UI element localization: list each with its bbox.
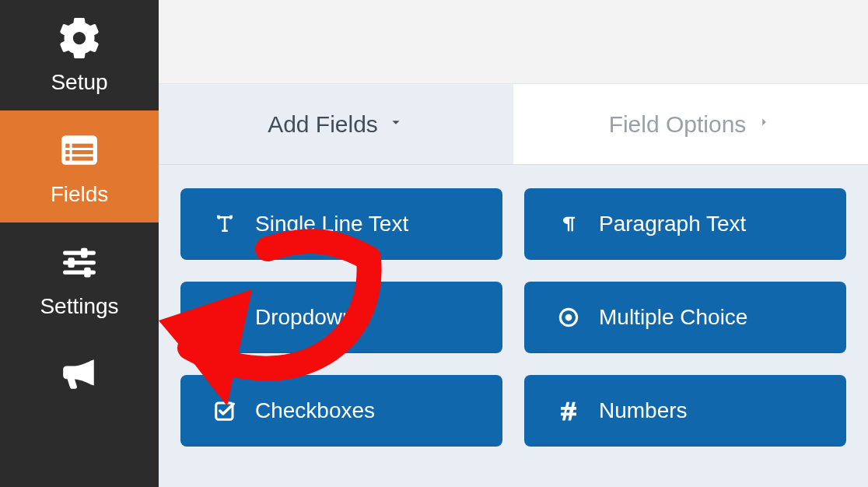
svg-rect-16 — [229, 230, 233, 233]
dropdown-icon — [212, 304, 238, 331]
svg-rect-4 — [72, 144, 93, 148]
sidebar: Setup Fields Settings — [0, 0, 159, 487]
panel-tabs: Add Fields Field Options — [159, 84, 868, 165]
sidebar-label-settings: Settings — [40, 294, 118, 319]
fields-icon — [56, 129, 103, 171]
svg-rect-11 — [68, 258, 74, 268]
hash-icon — [555, 398, 582, 424]
tab-field-options[interactable]: Field Options — [513, 84, 868, 164]
svg-rect-12 — [84, 268, 90, 278]
sidebar-item-settings[interactable]: Settings — [0, 222, 159, 335]
tab-add-fields[interactable]: Add Fields — [159, 84, 513, 164]
field-label: Dropdown — [255, 305, 355, 330]
text-input-icon — [212, 211, 238, 237]
field-panel: Single Line Text Paragraph Text Dropdown… — [159, 165, 868, 487]
svg-rect-5 — [72, 150, 93, 154]
field-single-line-text[interactable]: Single Line Text — [180, 188, 502, 260]
tab-options-label: Field Options — [609, 111, 747, 138]
svg-point-19 — [565, 314, 572, 321]
field-dropdown[interactable]: Dropdown — [180, 282, 502, 353]
radio-icon — [555, 304, 582, 331]
pilcrow-icon — [555, 211, 582, 237]
tab-add-label: Add Fields — [268, 111, 378, 138]
sidebar-label-fields: Fields — [51, 182, 109, 207]
field-label: Numbers — [599, 398, 688, 423]
main-area: Add Fields Field Options Single Line Tex… — [159, 0, 868, 487]
chevron-down-icon — [387, 112, 404, 136]
svg-rect-6 — [72, 156, 93, 160]
sidebar-item-setup[interactable]: Setup — [0, 0, 159, 110]
sidebar-label-setup: Setup — [51, 70, 107, 95]
svg-rect-3 — [65, 156, 69, 160]
svg-rect-2 — [65, 150, 69, 154]
svg-rect-8 — [63, 261, 96, 265]
chevron-right-icon — [755, 112, 772, 136]
field-multiple-choice[interactable]: Multiple Choice — [524, 282, 846, 353]
field-paragraph-text[interactable]: Paragraph Text — [524, 188, 846, 260]
field-label: Single Line Text — [255, 212, 408, 236]
field-grid: Single Line Text Paragraph Text Dropdown… — [180, 188, 846, 447]
top-bar — [159, 0, 868, 84]
field-label: Multiple Choice — [599, 305, 747, 330]
sidebar-item-marketing[interactable] — [0, 335, 159, 395]
field-numbers[interactable]: Numbers — [524, 375, 846, 447]
svg-rect-1 — [65, 144, 69, 148]
svg-rect-10 — [81, 248, 87, 258]
checkbox-icon — [212, 398, 238, 424]
svg-rect-7 — [63, 251, 96, 254]
sidebar-item-fields[interactable]: Fields — [0, 110, 159, 222]
field-label: Paragraph Text — [599, 212, 746, 236]
gear-icon — [56, 17, 103, 59]
svg-rect-13 — [217, 215, 220, 219]
field-label: Checkboxes — [255, 398, 375, 423]
sliders-icon — [56, 241, 103, 283]
megaphone-icon — [56, 353, 103, 395]
svg-rect-14 — [229, 215, 233, 219]
svg-rect-15 — [217, 230, 220, 233]
field-checkboxes[interactable]: Checkboxes — [180, 375, 502, 447]
